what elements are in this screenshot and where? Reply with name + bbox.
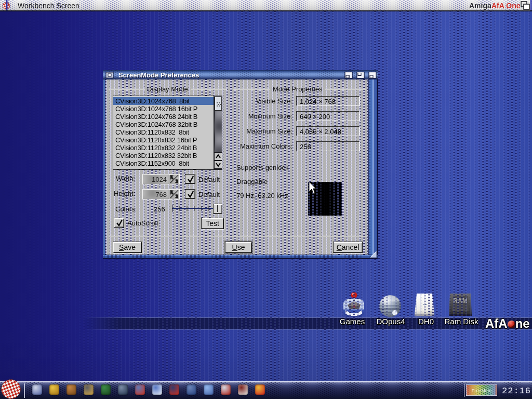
svg-text:FreeMem: FreeMem <box>472 388 492 393</box>
